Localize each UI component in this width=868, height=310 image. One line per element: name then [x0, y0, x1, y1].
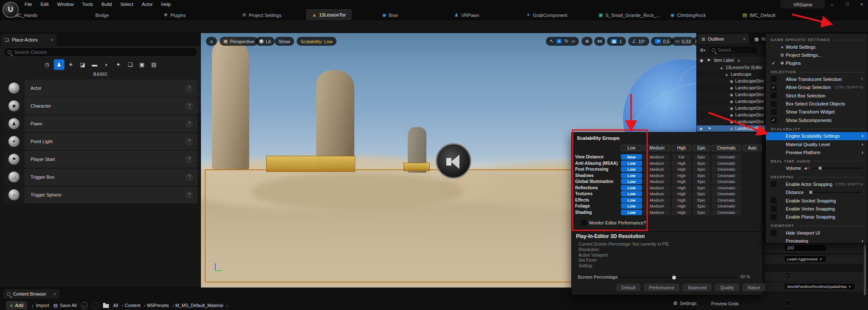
world-partition-dropdown[interactable]: WorldPartitionRuntimeSpatialHas▾ [784, 283, 855, 290]
settings-menu-item[interactable]: ✓ Enable Actor Snapping × CTRL+SHIFT+K [766, 180, 868, 188]
actor-category-button[interactable]: ▣ [137, 59, 147, 70]
document-tab[interactable]: ▤ IMC_Default [737, 10, 782, 20]
scalability-cell[interactable]: Medium [644, 173, 670, 178]
settings-menu-item[interactable]: ✓ Allow Translucent Selection × T [766, 75, 868, 83]
scale-snap-control[interactable]: ↗ 0,5 [651, 37, 673, 46]
settings-menu-item[interactable]: ✓ ❖ Plugins × [766, 59, 868, 67]
numeric-field[interactable]: 200 [784, 244, 826, 252]
settings-menu-item[interactable]: ✓ ● World Settings × [766, 43, 868, 51]
scalability-cell[interactable]: Epic [693, 185, 710, 191]
scalability-cell[interactable]: Near [621, 154, 642, 160]
actor-category-button[interactable]: ▬ [89, 59, 100, 70]
add-button[interactable]: Add [6, 301, 27, 310]
settings-menu-item[interactable]: ✓ Volume × [766, 164, 868, 172]
scalability-cell[interactable]: Epic [693, 166, 710, 172]
content-browser-tab[interactable]: Content Browser × [3, 289, 59, 299]
checkbox[interactable] [771, 181, 776, 187]
help-icon[interactable]: ? [186, 156, 192, 163]
rotate-tool-icon[interactable]: ↻ [565, 39, 568, 44]
scalability-cell[interactable]: Low [621, 166, 642, 172]
scalability-cell[interactable]: Low [621, 197, 642, 203]
statue-mesh[interactable] [212, 38, 249, 170]
settings-menu-item[interactable]: ✓ Show Subcomponents × [766, 116, 868, 124]
settings-menu-item[interactable]: ✓ ⚙ Project Settings... × [766, 51, 868, 59]
help-icon[interactable]: ? [186, 192, 192, 198]
menu-item[interactable]: Tools [78, 0, 97, 8]
close-icon[interactable]: × [50, 38, 53, 42]
place-actor-item[interactable]: □ Trigger Box ? [3, 169, 198, 185]
scalability-cell[interactable]: Epic [693, 173, 710, 178]
place-actor-item[interactable]: ⚑ Player Start ? [3, 151, 198, 168]
scalability-preset-button[interactable]: Low [621, 145, 642, 151]
document-tab[interactable]: ◉ ClimbingRock [665, 10, 712, 20]
actor-category-button[interactable]: ✦ [113, 59, 124, 70]
actor-category-button[interactable]: ◷ [42, 59, 53, 70]
settings-menu-item[interactable]: ✓ Box Select Occluded Objects × [766, 100, 868, 108]
search-classes-input[interactable]: Search Classes [3, 47, 198, 57]
settings-menu-item[interactable]: ✓ Enable Socket Snapping × [766, 197, 868, 205]
breadcrumb-item[interactable]: All [113, 303, 123, 308]
scalability-cell[interactable]: Medium [644, 197, 670, 203]
scalability-cell[interactable]: Medium [644, 185, 670, 191]
scalability-cell[interactable]: Medium [644, 179, 670, 184]
settings-menu-item[interactable]: ✓ Strict Box Selection × [766, 91, 868, 100]
document-tab[interactable]: ⚙ Project Settings [236, 10, 307, 20]
document-tab[interactable]: ♟ VRPawn [448, 10, 485, 20]
scalability-cell[interactable]: Low [621, 161, 642, 166]
scalability-cell[interactable]: High [672, 203, 691, 209]
help-icon[interactable]: ? [186, 121, 192, 127]
outliner-search-input[interactable]: Search... [708, 46, 758, 54]
scalability-cell[interactable]: Medium [644, 210, 670, 215]
camera-speed-control[interactable]: ▭ 0,33 [671, 37, 695, 46]
place-actor-item[interactable]: ☻ Character ? [3, 97, 198, 114]
help-icon[interactable]: ? [186, 138, 192, 145]
checkbox[interactable] [771, 85, 776, 90]
restore-button[interactable]: □ [841, 0, 854, 8]
document-tab[interactable]: ✦ GrabComponent [520, 10, 573, 20]
slider[interactable] [813, 168, 862, 169]
scalability-cell[interactable]: Medium [644, 161, 670, 166]
move-tool-icon[interactable]: + [556, 39, 562, 44]
perspective-dropdown[interactable]: ▣Perspective [220, 37, 258, 46]
scalability-cell[interactable]: High [672, 179, 691, 184]
settings-menu-item[interactable]: ✓ Show Transform Widget × [766, 108, 868, 116]
eye-icon[interactable] [699, 127, 703, 131]
checkbox-checked[interactable]: ✓ [785, 273, 790, 278]
scalability-cell[interactable]: Low [621, 173, 642, 178]
scalability-cell[interactable]: High [672, 197, 691, 203]
back-button[interactable]: ← [81, 302, 88, 309]
pin-icon[interactable] [708, 127, 711, 131]
scalability-cell[interactable]: Cinematic [712, 210, 741, 215]
rotation-snap-control[interactable]: ∠ 10° [628, 37, 649, 46]
scalability-preset-button[interactable]: Medium [644, 145, 670, 151]
menu-item[interactable]: Window [53, 0, 78, 8]
import-button[interactable]: ↓Import [31, 303, 49, 308]
settings-menu-item[interactable]: ✓ Enable Planar Snapping × [766, 213, 868, 221]
actor-category-button[interactable]: ◪ [78, 59, 88, 70]
scalability-preset-button[interactable]: Epic [693, 145, 710, 151]
scalability-cell[interactable]: Cinematic [712, 166, 741, 172]
scalability-cell[interactable]: Low [621, 179, 642, 184]
actor-category-button[interactable]: ❏ [125, 59, 136, 70]
settings-menu-item[interactable]: ✓ Enable Vertex Snapping × [766, 205, 868, 213]
settings-menu-item[interactable]: ✓ Preview Platform × [766, 148, 868, 156]
breadcrumb-item[interactable]: Content [125, 303, 145, 308]
settings-menu-item[interactable]: ✓ Hide Viewport UI × [766, 229, 868, 237]
scalability-cell[interactable]: Medium [644, 203, 670, 209]
document-tab[interactable]: ◉ Bow [376, 10, 404, 20]
place-actor-item[interactable]: ♟ Pawn ? [3, 115, 198, 132]
scalability-cell[interactable]: Epic [693, 210, 710, 215]
checkbox-empty[interactable] [581, 220, 586, 225]
scalability-cell[interactable]: Cinematic [712, 173, 741, 178]
settings-menu-item[interactable]: ✓ Material Quality Level × [766, 140, 868, 148]
scalability-cell[interactable]: Low [621, 203, 642, 209]
scalability-cell[interactable]: Cinematic [712, 191, 741, 197]
scalability-cell[interactable]: Medium [644, 154, 670, 160]
scalability-cell[interactable]: Cinematic [712, 203, 741, 209]
help-icon[interactable]: ? [186, 103, 192, 109]
actor-category-button[interactable]: ☀ [66, 59, 76, 70]
scalability-cell[interactable]: Low [621, 185, 642, 191]
checkbox[interactable] [771, 101, 776, 107]
visibility-column-icon[interactable]: ◉ [700, 58, 704, 63]
scale-tool-icon[interactable]: ▱ [571, 39, 575, 44]
